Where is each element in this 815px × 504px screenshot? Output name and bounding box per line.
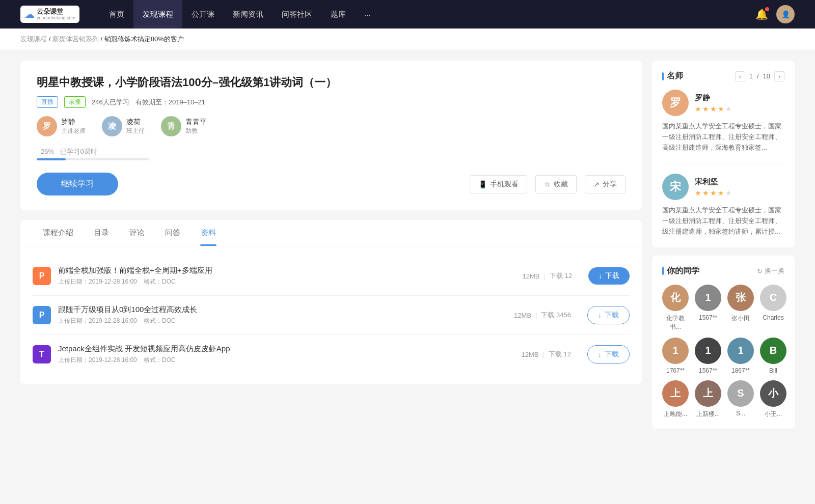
classmate-8: 上 上晚能...: [662, 380, 689, 418]
collect-button[interactable]: ☆ 收藏: [535, 175, 577, 193]
page-prev[interactable]: ‹: [735, 71, 745, 81]
resource-item-3: T Jetpack全组件实战 开发短视频应用高仿皮皮虾App 上传日期：2019…: [33, 335, 630, 374]
teachers-card: 名师 ‹ 1 / 10 › 罗 罗静 ★: [652, 61, 795, 247]
classmate-3: C Charles: [760, 285, 786, 331]
classmate-avatar-11[interactable]: 小: [760, 380, 786, 407]
tag-record: 录播: [64, 96, 86, 108]
resource-icon-3: T: [33, 345, 51, 363]
download-button-3[interactable]: ↓ 下载: [587, 345, 630, 363]
nav-item-home[interactable]: 首页: [100, 0, 133, 29]
teacher-name-1: 罗静: [695, 93, 732, 103]
classmate-name-6: 1867**: [731, 367, 750, 374]
download-button-2[interactable]: ↓ 下载: [587, 306, 630, 324]
classmate-avatar-0[interactable]: 化: [662, 285, 689, 311]
classmate-avatar-3[interactable]: C: [760, 285, 786, 311]
instructor-name-3: 青青平: [185, 118, 207, 127]
teachers-title: 名师: [662, 71, 683, 81]
classmate-name-3: Charles: [763, 314, 783, 321]
action-buttons: 📱 手机观看 ☆ 收藏 ↗ 分享: [470, 175, 626, 193]
resource-meta-1: 上传日期：2019-12-28 16:00 格式：DOC: [58, 277, 506, 286]
classmates-grid: 化 化学教书... 1 1567** 张 张小田: [662, 285, 784, 418]
content-area: 明星中教授课，小学阶段语法100分–强化级第1讲动词（一） 直播 录播 246人…: [20, 61, 642, 437]
classmate-name-0: 化学教书...: [662, 314, 689, 331]
classmate-name-1: 1567**: [699, 314, 717, 321]
page-total: 10: [763, 72, 770, 80]
refresh-icon: ↻: [757, 267, 763, 275]
teacher-stars-1: ★ ★ ★ ★ ★: [695, 105, 732, 113]
nav-item-news[interactable]: 新闻资讯: [224, 0, 273, 29]
tab-catalog[interactable]: 目录: [84, 220, 119, 246]
progress-bar-bg: [37, 158, 149, 160]
classmate-name-2: 张小田: [731, 314, 750, 323]
classmate-avatar-6[interactable]: 1: [727, 338, 754, 364]
navbar: ☁ 云朵课堂 yundouketang.com 首页 发现课程 公开课 新闻资讯…: [0, 0, 815, 29]
resource-meta-2: 上传日期：2019-12-28 16:00 格式：DOC: [58, 317, 498, 325]
teacher-item-2: 宋 宋利坚 ★ ★ ★ ★ ★ 国内某重点大学安全工程专业硕士，国家一级注册消防…: [662, 174, 784, 237]
tab-resources[interactable]: 资料: [191, 220, 226, 246]
instructor-3: 青 青青平 助教: [161, 116, 207, 136]
continue-button[interactable]: 继续学习: [37, 173, 118, 195]
instructor-name-2: 凌荷: [126, 118, 145, 127]
logo[interactable]: ☁ 云朵课堂 yundouketang.com: [20, 6, 79, 23]
mobile-watch-button[interactable]: 📱 手机观看: [470, 175, 527, 193]
breadcrumb-item-1[interactable]: 发现课程: [20, 35, 47, 43]
teacher-item-1: 罗 罗静 ★ ★ ★ ★ ★ 国内某重点大学安全工程专业硕士，国家一级注册消防工…: [662, 90, 784, 163]
classmate-avatar-10[interactable]: S: [727, 380, 754, 407]
instructor-avatar-1: 罗: [37, 116, 57, 136]
classmate-name-5: 1567**: [699, 367, 717, 374]
classmate-avatar-4[interactable]: 1: [662, 338, 689, 364]
nav-item-courses[interactable]: 发现课程: [133, 0, 182, 29]
classmate-1: 1 1567**: [695, 285, 721, 331]
nav-item-public[interactable]: 公开课: [182, 0, 224, 29]
nav-item-quiz[interactable]: 题库: [321, 0, 355, 29]
logo-sub-text: yundouketang.com: [37, 15, 75, 21]
breadcrumb-current: 销冠修炼术搞定80%的客户: [104, 35, 184, 43]
teachers-pagination: ‹ 1 / 10 ›: [735, 71, 784, 81]
classmate-name-8: 上晚能...: [664, 410, 687, 418]
tab-qa[interactable]: 问答: [155, 220, 191, 246]
classmate-avatar-1[interactable]: 1: [695, 285, 721, 311]
star-icon: ☆: [544, 180, 551, 188]
classmates-title: 你的同学: [662, 266, 699, 276]
refresh-button[interactable]: ↻ 换一换: [757, 266, 784, 275]
instructor-avatar-2: 凌: [102, 116, 122, 136]
classmate-avatar-8[interactable]: 上: [662, 380, 689, 407]
classmate-10: S S...: [727, 380, 754, 418]
resource-meta-3: 上传日期：2019-12-28 16:00 格式：DOC: [58, 356, 505, 365]
teacher-avatar-1: 罗: [662, 90, 689, 116]
classmate-avatar-2[interactable]: 张: [727, 285, 754, 311]
share-button[interactable]: ↗ 分享: [585, 175, 626, 193]
breadcrumb-item-2[interactable]: 新媒体营销系列: [52, 35, 99, 43]
instructor-name-1: 罗静: [61, 118, 86, 127]
resource-title-1: 前端全栈加强版！前端全栈+全周期+多端应用: [58, 266, 506, 275]
classmate-name-9: 上新楼...: [696, 410, 720, 418]
resource-item-2: P 跟随千万级项目从0到100全过程高效成长 上传日期：2019-12-28 1…: [33, 296, 630, 335]
instructor-role-1: 主讲老师: [61, 127, 86, 135]
notification-bell[interactable]: 🔔: [755, 8, 768, 20]
user-avatar[interactable]: 👤: [776, 5, 795, 23]
classmate-avatar-7[interactable]: B: [760, 338, 786, 364]
nav-item-qa[interactable]: 问答社区: [273, 0, 321, 29]
tab-review[interactable]: 评论: [119, 220, 155, 246]
resource-icon-1: P: [33, 267, 51, 285]
teacher-stars-2: ★ ★ ★ ★ ★: [695, 189, 732, 197]
mobile-icon: 📱: [478, 180, 487, 188]
classmates-card: 你的同学 ↻ 换一换 化 化学教书... 1 1567**: [652, 256, 795, 429]
resource-item-1: P 前端全栈加强版！前端全栈+全周期+多端应用 上传日期：2019-12-28 …: [33, 257, 630, 296]
resource-title-3: Jetpack全组件实战 开发短视频应用高仿皮皮虾App: [58, 344, 505, 354]
course-actions: 继续学习 📱 手机观看 ☆ 收藏 ↗ 分享: [37, 173, 626, 195]
download-button-1[interactable]: ↓ 下载: [588, 267, 630, 285]
classmate-avatar-5[interactable]: 1: [695, 338, 721, 364]
classmate-5: 1 1567**: [695, 338, 721, 374]
classmate-name-11: 小王...: [765, 410, 782, 418]
teachers-header: 名师 ‹ 1 / 10 ›: [662, 71, 784, 81]
nav-item-more[interactable]: ···: [355, 0, 380, 29]
page-next[interactable]: ›: [774, 71, 784, 81]
classmate-avatar-9[interactable]: 上: [695, 380, 721, 407]
teacher-name-2: 宋利坚: [695, 177, 732, 187]
download-icon-2: ↓: [598, 311, 602, 319]
resource-stats-1: 12MB | 下载 12: [523, 271, 572, 281]
tab-intro[interactable]: 课程介绍: [33, 220, 84, 246]
classmate-9: 上 上新楼...: [695, 380, 721, 418]
teacher-desc-2: 国内某重点大学安全工程专业硕士，国家一级注册消防工程师、注册安全工程师、级注册建…: [662, 205, 784, 237]
